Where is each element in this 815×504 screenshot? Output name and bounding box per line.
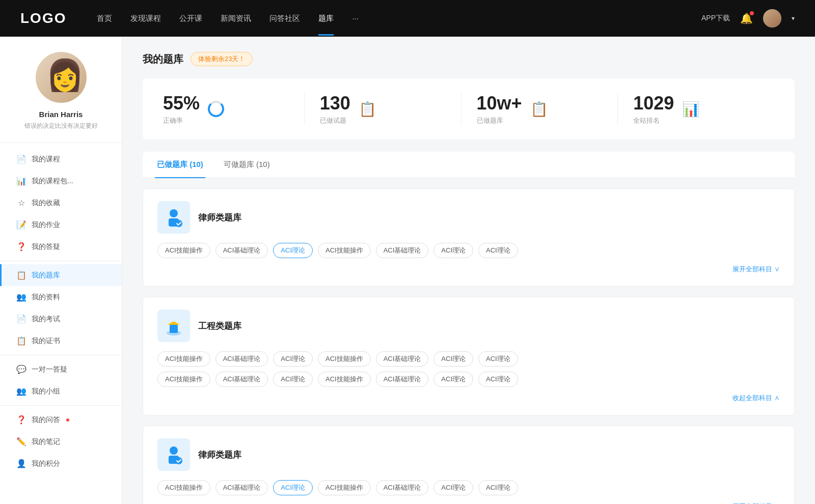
sidebar-icon-3: 📝 bbox=[16, 220, 26, 230]
sidebar-label-7: 我的考试 bbox=[32, 315, 60, 324]
app-download-button[interactable]: APP下载 bbox=[701, 14, 730, 23]
bank-tag-0-6[interactable]: ACI理论 bbox=[478, 243, 518, 258]
bank-tag-2-2[interactable]: ACI理论 bbox=[273, 480, 313, 495]
bank-tag-0-3[interactable]: ACI技能操作 bbox=[318, 243, 371, 258]
bank-extra-tag-1-6[interactable]: ACI理论 bbox=[478, 372, 518, 387]
bank-title-2: 律师类题库 bbox=[198, 449, 241, 461]
bank-card-2: 律师类题库 ACI技能操作ACI基础理论ACI理论ACI技能操作ACI基础理论A… bbox=[143, 426, 795, 504]
bank-collapse-1[interactable]: 收起全部科目 ∧ bbox=[732, 394, 780, 402]
bank-tag-2-0[interactable]: ACI技能操作 bbox=[157, 480, 210, 495]
bank-extra-tag-1-2[interactable]: ACI理论 bbox=[273, 372, 313, 387]
sidebar-item-13[interactable]: 👤 我的积分 bbox=[0, 453, 122, 474]
bank-icon-1 bbox=[157, 310, 190, 342]
bank-tag-0-0[interactable]: ACI技能操作 bbox=[157, 243, 210, 258]
avatar-large bbox=[36, 52, 87, 103]
bank-extra-tag-1-3[interactable]: ACI技能操作 bbox=[318, 372, 371, 387]
sidebar-label-8: 我的证书 bbox=[32, 337, 60, 346]
svg-point-0 bbox=[170, 209, 178, 217]
bank-tag-1-6[interactable]: ACI理论 bbox=[478, 351, 518, 367]
stat-item-3: 1029 全站排名 📊 bbox=[618, 93, 774, 125]
bank-header-0: 律师类题库 bbox=[157, 201, 780, 234]
sidebar-separator bbox=[0, 405, 122, 406]
sidebar-label-12: 我的笔记 bbox=[32, 437, 60, 446]
tab-item-1[interactable]: 可做题库 (10) bbox=[222, 152, 272, 178]
bank-extra-tag-1-4[interactable]: ACI基础理论 bbox=[376, 372, 429, 387]
sidebar-item-9[interactable]: 💬 一对一答疑 bbox=[0, 358, 122, 380]
logo: LOGO bbox=[20, 10, 66, 26]
navbar: LOGO 首页发现课程公开课新闻资讯问答社区题库··· APP下载 🔔 ▾ bbox=[0, 0, 815, 37]
nav-link-公开课[interactable]: 公开课 bbox=[179, 14, 202, 23]
stat-item-1: 130 已做试题 📋 bbox=[305, 93, 461, 125]
avatar[interactable] bbox=[763, 9, 781, 27]
avatar-chevron-icon[interactable]: ▾ bbox=[792, 15, 795, 22]
bank-tag-0-5[interactable]: ACI理论 bbox=[433, 243, 473, 258]
nav-link-发现课程[interactable]: 发现课程 bbox=[130, 14, 161, 23]
sidebar-item-1[interactable]: 📊 我的课程包... bbox=[0, 170, 122, 192]
sidebar-item-4[interactable]: ❓ 我的答疑 bbox=[0, 236, 122, 258]
bank-footer-2: 展开全部科目 ∨ bbox=[157, 501, 780, 504]
sidebar-label-0: 我的课程 bbox=[32, 155, 60, 164]
sidebar-item-11[interactable]: ❓ 我的问答 bbox=[0, 409, 122, 431]
sidebar-item-6[interactable]: 👥 我的资料 bbox=[0, 286, 122, 308]
bank-tag-2-1[interactable]: ACI基础理论 bbox=[215, 480, 268, 495]
stat-text-3: 1029 全站排名 bbox=[633, 93, 674, 125]
bank-tag-2-4[interactable]: ACI基础理论 bbox=[376, 480, 429, 495]
bank-header-2: 律师类题库 bbox=[157, 438, 780, 471]
bank-extra-tag-1-0[interactable]: ACI技能操作 bbox=[157, 372, 210, 387]
engineer-icon bbox=[162, 315, 185, 337]
bank-tag-0-2[interactable]: ACI理论 bbox=[273, 243, 313, 258]
bank-tag-1-5[interactable]: ACI理论 bbox=[433, 351, 473, 367]
sidebar-item-5[interactable]: 📋 我的题库 bbox=[0, 264, 122, 286]
bank-expand-0[interactable]: 展开全部科目 ∨ bbox=[732, 265, 780, 273]
nav-link-问答社区[interactable]: 问答社区 bbox=[269, 14, 300, 23]
nav-link-题库[interactable]: 题库 bbox=[318, 14, 334, 23]
bank-extra-tag-1-1[interactable]: ACI基础理论 bbox=[215, 372, 268, 387]
stat-icon-2: 📋 bbox=[530, 101, 548, 118]
svg-point-6 bbox=[170, 446, 178, 455]
tab-item-0[interactable]: 已做题库 (10) bbox=[155, 152, 205, 178]
sidebar-icon-6: 👥 bbox=[16, 292, 26, 302]
bank-tag-1-0[interactable]: ACI技能操作 bbox=[157, 351, 210, 367]
sidebar-item-0[interactable]: 📄 我的课程 bbox=[0, 148, 122, 170]
stat-label-1: 已做试题 bbox=[320, 116, 350, 125]
bank-tag-1-2[interactable]: ACI理论 bbox=[273, 351, 313, 367]
sidebar-item-12[interactable]: ✏️ 我的笔记 bbox=[0, 431, 122, 453]
stat-text-1: 130 已做试题 bbox=[320, 93, 350, 125]
bank-tags-2: ACI技能操作ACI基础理论ACI理论ACI技能操作ACI基础理论ACI理论AC… bbox=[157, 480, 780, 495]
trial-badge: 体验剩余23天！ bbox=[191, 52, 253, 66]
nav-link-首页[interactable]: 首页 bbox=[97, 14, 112, 23]
bank-tag-1-4[interactable]: ACI基础理论 bbox=[376, 351, 429, 367]
donut-icon bbox=[208, 101, 224, 117]
nav-link-···[interactable]: ··· bbox=[352, 14, 359, 23]
bank-tag-2-6[interactable]: ACI理论 bbox=[478, 480, 518, 495]
bank-tag-1-1[interactable]: ACI基础理论 bbox=[215, 351, 268, 367]
sidebar-icon-13: 👤 bbox=[16, 459, 26, 468]
notification-bell[interactable]: 🔔 bbox=[740, 12, 753, 24]
stat-value-3: 1029 bbox=[633, 93, 674, 114]
bank-icon-0 bbox=[157, 201, 190, 234]
sidebar-item-8[interactable]: 📋 我的证书 bbox=[0, 330, 122, 352]
bank-tag-0-4[interactable]: ACI基础理论 bbox=[376, 243, 429, 258]
sidebar-item-2[interactable]: ☆ 我的收藏 bbox=[0, 192, 122, 214]
svg-rect-5 bbox=[172, 322, 176, 325]
nav-link-新闻资讯[interactable]: 新闻资讯 bbox=[221, 14, 251, 23]
sidebar-item-10[interactable]: 👥 我的小组 bbox=[0, 380, 122, 402]
avatar-image bbox=[763, 9, 781, 27]
sidebar-item-3[interactable]: 📝 我的作业 bbox=[0, 214, 122, 236]
page-body: Brian Harris 错误的决定比没有决定要好 📄 我的课程 📊 我的课程包… bbox=[0, 37, 815, 504]
bank-tag-0-1[interactable]: ACI基础理论 bbox=[215, 243, 268, 258]
sidebar-separator bbox=[0, 355, 122, 355]
stat-value-0: 55% bbox=[163, 93, 200, 114]
sidebar: Brian Harris 错误的决定比没有决定要好 📄 我的课程 📊 我的课程包… bbox=[0, 37, 122, 504]
tabs-bar: 已做题库 (10)可做题库 (10) bbox=[143, 152, 795, 178]
bank-tag-2-5[interactable]: ACI理论 bbox=[433, 480, 473, 495]
stat-text-0: 55% 正确率 bbox=[163, 93, 200, 125]
bank-tag-1-3[interactable]: ACI技能操作 bbox=[318, 351, 371, 367]
bank-extra-tag-1-5[interactable]: ACI理论 bbox=[433, 372, 473, 387]
sidebar-item-7[interactable]: 📄 我的考试 bbox=[0, 308, 122, 330]
sidebar-icon-8: 📋 bbox=[16, 336, 26, 346]
page-title: 我的题库 bbox=[143, 52, 183, 66]
bank-tag-2-3[interactable]: ACI技能操作 bbox=[318, 480, 371, 495]
nav-right: APP下载 🔔 ▾ bbox=[701, 9, 795, 27]
sidebar-icon-2: ☆ bbox=[16, 198, 26, 208]
